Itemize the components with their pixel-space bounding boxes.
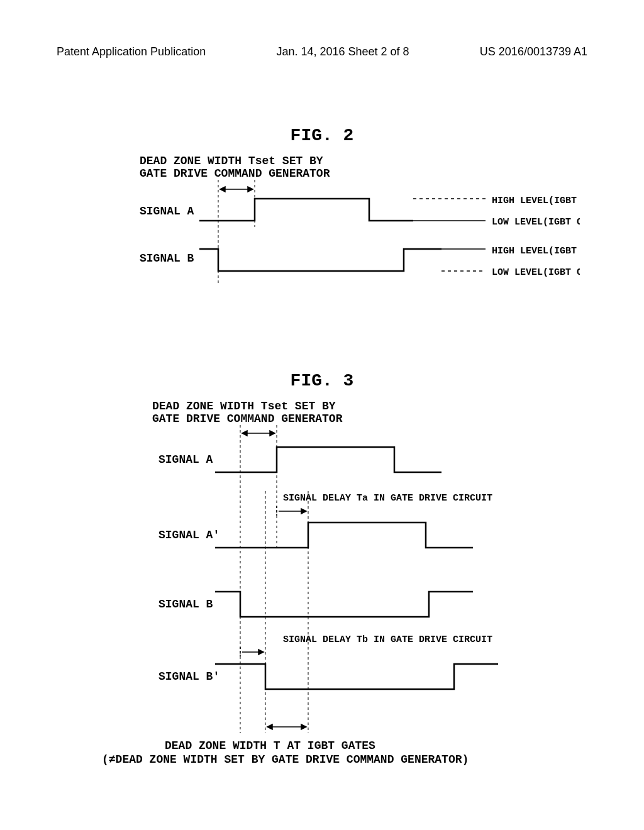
fig2-low-label-b: LOW LEVEL(IGBT OFF) <box>492 267 580 278</box>
fig2-signal-b-label: SIGNAL B <box>140 252 194 265</box>
fig3-signal-a-wave <box>215 447 441 472</box>
svg-marker-2 <box>248 187 253 192</box>
fig2-signal-b-wave <box>199 249 441 271</box>
fig3-bottom1: DEAD ZONE WIDTH T AT IGBT GATES <box>165 739 375 752</box>
fig3-signal-ap-wave <box>215 523 473 548</box>
page-header: Patent Application Publication Jan. 14, … <box>0 45 644 58</box>
fig3-signal-b-wave <box>215 592 473 617</box>
fig2-svg: DEAD ZONE WIDTH Tset SET BY GATE DRIVE C… <box>64 145 580 309</box>
fig3-bottom2: (≠DEAD ZONE WIDTH SET BY GATE DRIVE COMM… <box>102 753 469 766</box>
fig2-title: FIG. 2 <box>0 126 644 145</box>
fig3-signal-bp-wave <box>215 664 498 689</box>
fig3-caption2: GATE DRIVE COMMAND GENERATOR <box>152 412 343 425</box>
fig3-svg: DEAD ZONE WIDTH Tset SET BY GATE DRIVE C… <box>45 390 599 780</box>
header-left: Patent Application Publication <box>57 45 206 58</box>
fig3-signal-b-label: SIGNAL B <box>158 598 213 611</box>
fig2-signal-a-label: SIGNAL A <box>140 205 194 218</box>
fig3-tb-arrow <box>240 647 264 657</box>
svg-marker-5 <box>270 431 275 436</box>
figure-2: FIG. 2 DEAD ZONE WIDTH Tset SET BY GATE … <box>0 126 644 309</box>
fig2-deadzone-arrow <box>220 187 253 192</box>
fig2-signal-a-wave <box>199 199 413 221</box>
fig2-caption2: GATE DRIVE COMMAND GENERATOR <box>140 167 330 180</box>
header-right: US 2016/0013739 A1 <box>480 45 587 58</box>
fig3-signal-bp-label: SIGNAL B' <box>158 670 219 683</box>
fig2-low-label-a: LOW LEVEL(IGBT OFF) <box>492 217 580 228</box>
fig3-ta-arrow <box>277 506 306 516</box>
fig3-caption1: DEAD ZONE WIDTH Tset SET BY <box>152 400 336 412</box>
fig2-caption1: DEAD ZONE WIDTH Tset SET BY <box>140 155 323 167</box>
fig3-tset-arrow <box>242 431 275 436</box>
fig3-t-arrow <box>267 724 306 729</box>
header-center: Jan. 14, 2016 Sheet 2 of 8 <box>276 45 409 58</box>
fig3-signal-ap-label: SIGNAL A' <box>158 529 219 541</box>
fig3-title: FIG. 3 <box>0 371 644 390</box>
svg-marker-4 <box>242 431 247 436</box>
fig3-delay-ta: SIGNAL DELAY Ta IN GATE DRIVE CIRCUIT <box>283 493 492 504</box>
fig3-delay-tb: SIGNAL DELAY Tb IN GATE DRIVE CIRCUIT <box>283 634 492 645</box>
svg-marker-1 <box>220 187 225 192</box>
fig2-high-label-a: HIGH LEVEL(IGBT ON) <box>492 196 580 206</box>
svg-marker-7 <box>301 509 306 514</box>
svg-marker-14 <box>301 724 306 729</box>
svg-marker-10 <box>258 650 264 655</box>
figure-3: FIG. 3 DEAD ZONE WIDTH Tset SET BY GATE … <box>0 371 644 780</box>
svg-marker-13 <box>267 724 272 729</box>
fig3-signal-a-label: SIGNAL A <box>158 453 213 466</box>
fig2-high-label-b: HIGH LEVEL(IGBT ON) <box>492 246 580 257</box>
